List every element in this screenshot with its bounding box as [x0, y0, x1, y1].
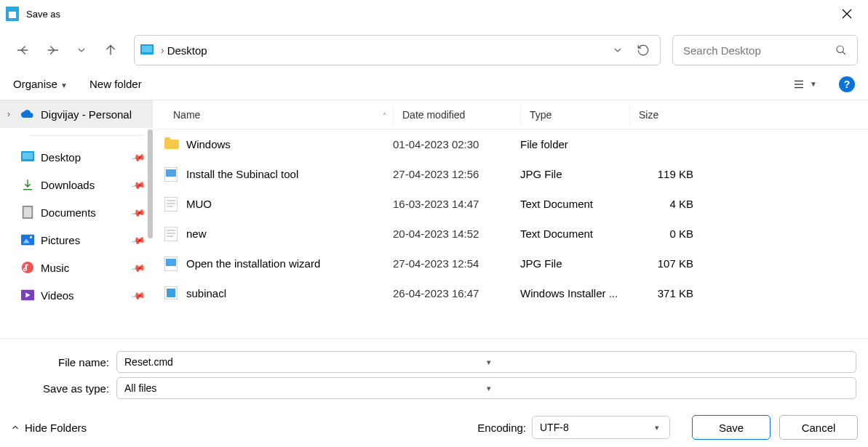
- back-button[interactable]: [10, 37, 36, 63]
- sidebar: › Digvijay - Personal Desktop 📌 Download…: [0, 100, 153, 338]
- sort-asc-icon: ˄: [383, 112, 387, 121]
- save-button[interactable]: Save: [692, 415, 771, 440]
- file-row[interactable]: Install the Subinacl tool 27-04-2023 12:…: [153, 159, 868, 189]
- svg-rect-1: [142, 46, 152, 52]
- file-row[interactable]: MUO 16-03-2023 14:47 Text Document 4 KB: [153, 189, 868, 219]
- address-bar[interactable]: › Desktop: [134, 35, 661, 65]
- sidebar-item-pictures[interactable]: Pictures 📌: [0, 226, 153, 254]
- svg-rect-29: [167, 289, 175, 297]
- forward-button[interactable]: [39, 37, 65, 63]
- sidebar-item-onedrive[interactable]: › Digvijay - Personal: [0, 100, 153, 128]
- svg-point-12: [30, 236, 33, 239]
- close-button[interactable]: [832, 6, 862, 22]
- desktop-icon: [140, 44, 154, 57]
- saveastype-label: Save as type:: [7, 382, 116, 395]
- sidebar-item-label: Desktop: [41, 151, 132, 164]
- file-row[interactable]: new 20-04-2023 14:52 Text Document 0 KB: [153, 219, 868, 249]
- scrollbar-thumb[interactable]: [148, 129, 153, 238]
- sidebar-item-desktop[interactable]: Desktop 📌: [0, 143, 153, 171]
- image-file-icon: [164, 167, 179, 182]
- sidebar-item-label: Videos: [41, 289, 132, 302]
- encoding-select[interactable]: UTF-8 ▾: [532, 416, 670, 439]
- filename-input[interactable]: Reset.cmd ▾: [116, 351, 856, 373]
- file-row[interactable]: Windows 01-04-2023 02:30 File folder: [153, 129, 868, 159]
- svg-rect-27: [166, 259, 176, 266]
- arrow-left-icon: [15, 42, 31, 58]
- chevron-down-icon: ▾: [652, 423, 662, 432]
- installer-file-icon: [164, 286, 179, 301]
- pin-icon: 📌: [130, 287, 146, 302]
- column-header-size[interactable]: Size: [629, 105, 702, 124]
- search-icon: [835, 44, 847, 56]
- chevron-down-icon[interactable]: ▾: [484, 358, 849, 367]
- arrow-up-icon: [103, 42, 119, 58]
- nav-bar: › Desktop Search Desktop: [0, 32, 868, 68]
- sidebar-item-downloads[interactable]: Downloads 📌: [0, 171, 153, 198]
- svg-rect-17: [166, 169, 176, 177]
- chevron-up-icon: [10, 422, 20, 432]
- svg-rect-7: [23, 153, 33, 159]
- svg-rect-9: [24, 207, 32, 217]
- help-button[interactable]: ?: [839, 76, 855, 92]
- column-header-name[interactable]: Name˄: [153, 109, 393, 121]
- hide-folders-button[interactable]: Hide Folders: [10, 422, 87, 434]
- downloads-icon: [20, 177, 35, 192]
- breadcrumb-separator-icon: ›: [158, 44, 167, 56]
- title-bar: Save as: [0, 0, 868, 28]
- list-view-icon: [792, 78, 805, 91]
- recent-locations-button[interactable]: [68, 37, 95, 63]
- app-icon: [6, 7, 19, 21]
- chevron-right-icon: ›: [7, 109, 20, 119]
- svg-rect-22: [164, 227, 178, 241]
- window-title: Save as: [26, 9, 60, 20]
- sidebar-item-label: Digvijay - Personal: [41, 108, 153, 121]
- pictures-icon: [20, 233, 35, 247]
- filename-label: File name:: [7, 356, 116, 369]
- image-file-icon: [164, 257, 179, 271]
- svg-rect-18: [164, 197, 178, 212]
- view-options-button[interactable]: ▼: [792, 78, 817, 91]
- column-header-type[interactable]: Type: [520, 105, 629, 124]
- column-header-date[interactable]: Date modified: [393, 105, 520, 124]
- text-file-icon: [164, 197, 179, 212]
- up-button[interactable]: [97, 37, 124, 63]
- music-icon: [20, 260, 35, 275]
- folder-icon: [164, 137, 179, 152]
- breadcrumb-current: Desktop: [167, 44, 612, 57]
- sidebar-item-label: Documents: [41, 206, 132, 219]
- refresh-icon[interactable]: [637, 44, 650, 57]
- sidebar-item-music[interactable]: Music 📌: [0, 254, 153, 281]
- file-list-pane: Name˄ Date modified Type Size Windows 01…: [153, 100, 868, 338]
- chevron-down-icon[interactable]: ▾: [484, 384, 849, 393]
- search-placeholder: Search Desktop: [683, 44, 835, 57]
- desktop-icon: [20, 150, 35, 164]
- column-headers: Name˄ Date modified Type Size: [153, 100, 868, 129]
- new-folder-button[interactable]: New folder: [89, 78, 142, 90]
- sidebar-item-label: Music: [41, 262, 132, 274]
- saveastype-select[interactable]: All files ▾: [116, 377, 856, 399]
- sidebar-item-label: Pictures: [41, 234, 132, 246]
- cancel-button[interactable]: Cancel: [779, 415, 858, 440]
- pin-icon: 📌: [130, 149, 146, 164]
- arrow-right-icon: [44, 42, 60, 58]
- file-row[interactable]: Open the installation wizard 27-04-2023 …: [153, 249, 868, 278]
- toolbar: Organise ▼ New folder ▼ ?: [0, 68, 868, 100]
- footer: Hide Folders Encoding: UTF-8 ▾ Save Canc…: [0, 407, 868, 447]
- organise-menu[interactable]: Organise ▼: [13, 78, 68, 90]
- videos-icon: [20, 288, 35, 302]
- sidebar-item-videos[interactable]: Videos 📌: [0, 281, 153, 309]
- svg-point-13: [22, 262, 33, 273]
- sidebar-item-documents[interactable]: Documents 📌: [0, 198, 153, 226]
- chevron-down-icon[interactable]: [612, 44, 624, 56]
- save-form: File name: Reset.cmd ▾ Save as type: All…: [0, 339, 868, 407]
- text-file-icon: [164, 227, 179, 241]
- svg-point-2: [837, 46, 843, 52]
- documents-icon: [20, 205, 35, 220]
- close-icon: [842, 9, 852, 19]
- file-row[interactable]: subinacl 26-04-2023 16:47 Windows Instal…: [153, 278, 868, 308]
- search-input[interactable]: Search Desktop: [672, 35, 858, 65]
- pin-icon: 📌: [130, 204, 146, 220]
- encoding-label: Encoding:: [477, 422, 526, 434]
- sidebar-item-label: Downloads: [41, 179, 132, 191]
- pin-icon: 📌: [130, 232, 146, 247]
